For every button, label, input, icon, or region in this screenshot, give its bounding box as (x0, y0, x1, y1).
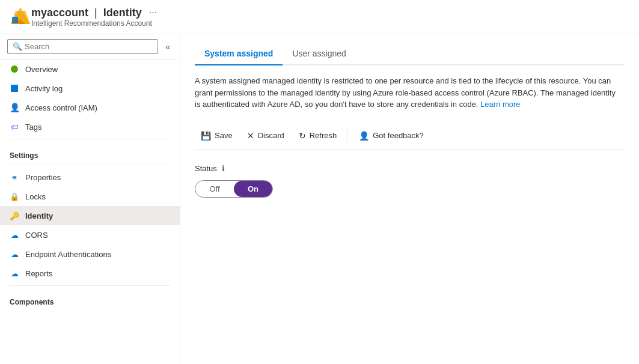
settings-divider (10, 139, 170, 139)
main-content: System assigned User assigned A system a… (180, 34, 639, 364)
toggle-off-option[interactable]: Off (195, 181, 234, 197)
page-title: Identity (103, 7, 142, 19)
properties-icon: ≡ (10, 172, 19, 182)
overview-icon (10, 64, 19, 74)
toolbar-separator (347, 130, 348, 142)
access-control-label: Access control (IAM) (25, 103, 97, 112)
header-separator: | (94, 7, 97, 19)
save-icon: 💾 (201, 131, 211, 141)
refresh-icon: ↻ (299, 131, 306, 141)
info-icon[interactable]: ℹ (222, 164, 225, 173)
components-divider (10, 285, 170, 286)
collapse-button[interactable]: « (163, 40, 173, 54)
settings-divider2 (10, 165, 170, 165)
header-menu-dots[interactable]: ··· (149, 7, 157, 18)
activity-log-icon (10, 83, 19, 93)
feedback-button[interactable]: 👤 Got feedback? (353, 127, 430, 144)
toggle-on-option[interactable]: On (234, 181, 272, 197)
account-name: myaccount (31, 7, 88, 19)
azure-logo (10, 6, 31, 28)
header: myaccount | Identity ··· Intelligent Rec… (0, 0, 639, 34)
locks-label: Locks (25, 192, 46, 201)
sidebar-item-activity-log[interactable]: Activity log (0, 79, 180, 98)
sidebar-item-cors[interactable]: ☁ CORS (0, 225, 180, 244)
search-input-wrap[interactable]: 🔍 (7, 39, 158, 54)
identity-icon: 🔑 (10, 211, 19, 220)
search-icon: 🔍 (13, 42, 22, 51)
header-text: myaccount | Identity ··· Intelligent Rec… (31, 7, 157, 28)
sidebar-item-tags[interactable]: 🏷 Tags (0, 117, 180, 136)
settings-section-label: Settings (0, 142, 180, 162)
components-section-label: Components (0, 288, 180, 309)
tags-label: Tags (25, 123, 41, 132)
tab-system-assigned[interactable]: System assigned (195, 44, 283, 65)
cors-icon: ☁ (10, 230, 19, 240)
locks-icon: 🔒 (10, 192, 19, 201)
save-button[interactable]: 💾 Save (195, 127, 239, 144)
properties-label: Properties (25, 173, 61, 182)
learn-more-link[interactable]: Learn more (480, 100, 520, 109)
access-control-icon: 👤 (10, 103, 19, 112)
sidebar-item-properties[interactable]: ≡ Properties (0, 168, 180, 187)
overview-label: Overview (25, 65, 58, 74)
feedback-icon: 👤 (359, 131, 369, 141)
sidebar-item-endpoint-auth[interactable]: ☁ Endpoint Authentications (0, 244, 180, 264)
endpoint-auth-label: Endpoint Authentications (25, 250, 111, 259)
endpoint-auth-icon: ☁ (10, 249, 19, 259)
account-subtitle: Intelligent Recommendations Account (31, 19, 157, 28)
reports-icon: ☁ (10, 268, 19, 278)
tab-user-assigned[interactable]: User assigned (283, 44, 356, 65)
sidebar: 🔍 « Overview Activity log 👤 Access contr… (0, 34, 180, 364)
sidebar-item-locks[interactable]: 🔒 Locks (0, 187, 180, 206)
discard-button[interactable]: ✕ Discard (241, 127, 290, 144)
cors-label: CORS (25, 231, 48, 240)
sidebar-item-overview[interactable]: Overview (0, 59, 180, 79)
discard-icon: ✕ (247, 131, 254, 141)
identity-description: A system assigned managed identity is re… (195, 75, 616, 111)
sidebar-item-identity[interactable]: 🔑 Identity (0, 206, 180, 225)
toolbar: 💾 Save ✕ Discard ↻ Refresh 👤 Got feedbac… (195, 123, 625, 150)
tags-icon: 🏷 (10, 122, 19, 132)
status-toggle[interactable]: Off On (195, 180, 273, 198)
status-row: Status ℹ (195, 164, 625, 173)
sidebar-item-reports[interactable]: ☁ Reports (0, 264, 180, 283)
identity-label: Identity (25, 211, 53, 220)
sidebar-search-bar: 🔍 « (0, 34, 180, 59)
status-label: Status (195, 164, 217, 173)
search-input[interactable] (25, 42, 153, 51)
tab-bar: System assigned User assigned (195, 44, 625, 65)
reports-label: Reports (25, 269, 53, 278)
svg-rect-3 (12, 17, 18, 23)
refresh-button[interactable]: ↻ Refresh (293, 127, 343, 144)
activity-log-label: Activity log (25, 84, 63, 93)
sidebar-item-access-control[interactable]: 👤 Access control (IAM) (0, 98, 180, 117)
